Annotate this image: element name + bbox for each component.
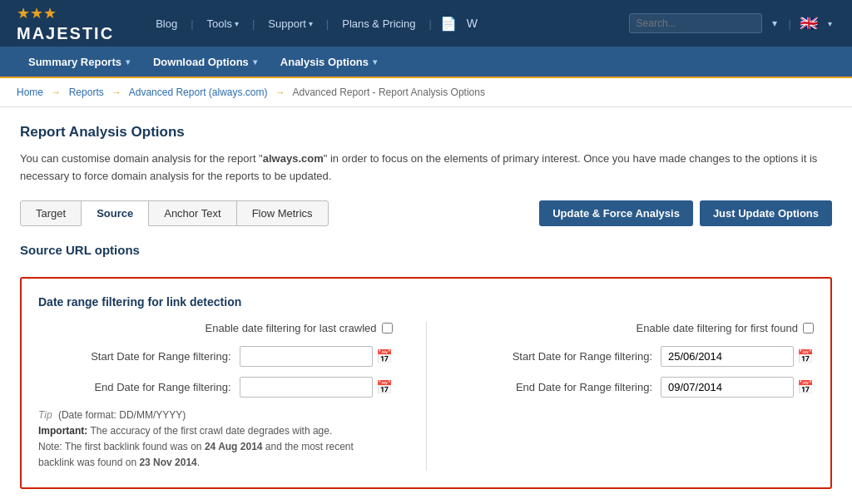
right-start-calendar-icon[interactable]: 📅	[797, 348, 814, 364]
flag-dropdown-arrow[interactable]: ▾	[825, 16, 835, 32]
nav-support[interactable]: Support ▾	[260, 14, 321, 33]
breadcrumb-sep-3: →	[275, 86, 285, 98]
summary-reports-arrow: ▾	[126, 57, 130, 67]
right-start-row: Start Date for Range filtering: 📅	[460, 346, 815, 367]
tip-note-date2: 23 Nov 2014	[139, 457, 196, 468]
nav-search-input[interactable]	[629, 13, 762, 33]
date-section-title: Date range filtering for link detection	[38, 295, 814, 309]
right-start-label: Start Date for Range filtering:	[513, 350, 652, 363]
left-enable-row: Enable date filtering for last crawled	[38, 322, 393, 334]
section-title: Source URL options	[20, 243, 832, 264]
nav-sep-3: |	[324, 17, 330, 30]
tab-source[interactable]: Source	[81, 200, 149, 226]
nav-plans[interactable]: Plans & Pricing	[334, 14, 424, 33]
left-end-date-input[interactable]	[240, 377, 373, 398]
logo-stars: ★★★	[17, 4, 114, 22]
tools-dropdown-arrow: ▾	[235, 19, 239, 28]
top-nav-links: Blog | Tools ▾ | Support ▾ | Plans & Pri…	[147, 12, 628, 35]
right-enable-checkbox[interactable]	[803, 323, 814, 334]
nav-w-icon[interactable]: W	[463, 13, 481, 33]
tip-label: Tip	[38, 409, 52, 421]
tab-flow-metrics[interactable]: Flow Metrics	[236, 200, 329, 226]
tab-actions: Update & Force Analysis Just Update Opti…	[539, 200, 832, 226]
left-start-label: Start Date for Range filtering:	[91, 350, 230, 363]
just-update-options-button[interactable]: Just Update Options	[700, 200, 832, 226]
tip-important-text: The accuracy of the first crawl date deg…	[90, 425, 332, 437]
nav-blog[interactable]: Blog	[147, 14, 186, 33]
tip-important: Important:	[38, 425, 87, 437]
right-enable-row: Enable date filtering for first found	[460, 322, 815, 334]
left-column: Enable date filtering for last crawled S…	[38, 322, 393, 472]
breadcrumb: Home → Reports → Advanced Report (always…	[0, 78, 852, 107]
sec-nav-analysis-options[interactable]: Analysis Options ▾	[269, 47, 389, 77]
domain-name: always.com	[263, 152, 324, 165]
breadcrumb-sep-1: →	[51, 86, 61, 98]
page-description: You can customise domain analysis for th…	[20, 151, 832, 185]
left-start-date-input[interactable]	[240, 346, 373, 367]
nav-page-icon[interactable]: 📄	[437, 12, 460, 35]
tab-target[interactable]: Target	[20, 200, 82, 226]
tip-note-start: Note: The first backlink found was on	[38, 441, 205, 452]
left-end-label: End Date for Range filtering:	[94, 381, 230, 393]
support-dropdown-arrow: ▾	[309, 19, 313, 28]
right-end-calendar-icon[interactable]: 📅	[797, 379, 814, 395]
two-col-layout: Enable date filtering for last crawled S…	[38, 322, 814, 472]
nav-tools[interactable]: Tools ▾	[199, 14, 247, 33]
tip-section: Tip (Date format: DD/MM/YYYY) Important:…	[38, 408, 393, 472]
right-end-row: End Date for Range filtering: 📅	[460, 377, 815, 398]
column-divider	[426, 322, 427, 472]
left-enable-label: Enable date filtering for last crawled	[206, 322, 377, 334]
analysis-options-arrow: ▾	[373, 57, 377, 67]
flag-icon[interactable]: 🇬🇧	[800, 14, 818, 32]
tip-note-date1: 24 Aug 2014	[205, 441, 263, 452]
right-column: Enable date filtering for first found St…	[460, 322, 815, 472]
right-end-date-input[interactable]	[661, 377, 794, 398]
right-end-label: End Date for Range filtering:	[516, 381, 652, 393]
date-range-box: Date range filtering for link detection …	[20, 277, 832, 490]
nav-right: ▾ | 🇬🇧 ▾	[629, 13, 835, 33]
tip-note-end: .	[197, 457, 200, 468]
left-end-calendar-icon[interactable]: 📅	[376, 379, 393, 395]
sec-nav-summary-reports[interactable]: Summary Reports ▾	[17, 47, 141, 77]
nav-sep-4: |	[427, 17, 433, 30]
right-enable-label: Enable date filtering for first found	[637, 322, 798, 334]
logo-text: MAJESTIC	[17, 24, 114, 43]
tab-bar: Target Source Anchor Text Flow Metrics U…	[20, 200, 832, 226]
logo: ★★★ MAJESTIC	[17, 4, 114, 43]
page-title: Report Analysis Options	[20, 124, 832, 141]
left-start-row: Start Date for Range filtering: 📅	[38, 346, 393, 367]
nav-sep-2: |	[250, 17, 256, 30]
breadcrumb-reports[interactable]: Reports	[69, 86, 104, 98]
nav-sep-1: |	[189, 17, 195, 30]
top-navigation: ★★★ MAJESTIC Blog | Tools ▾ | Support ▾ …	[0, 0, 852, 47]
breadcrumb-sep-2: →	[111, 86, 121, 98]
tip-format: (Date format: DD/MM/YYYY)	[58, 409, 186, 421]
main-content: Report Analysis Options You can customis…	[0, 107, 852, 504]
left-start-calendar-icon[interactable]: 📅	[376, 348, 393, 364]
right-start-date-input[interactable]	[661, 346, 794, 367]
breadcrumb-current: Advanced Report - Report Analysis Option…	[293, 86, 485, 98]
tabs: Target Source Anchor Text Flow Metrics	[20, 200, 539, 226]
nav-search-dropdown[interactable]: ▾	[769, 14, 780, 32]
tab-anchor-text[interactable]: Anchor Text	[148, 200, 236, 226]
breadcrumb-home[interactable]: Home	[17, 86, 43, 98]
update-force-analysis-button[interactable]: Update & Force Analysis	[539, 200, 693, 226]
secondary-navigation: Summary Reports ▾ Download Options ▾ Ana…	[0, 47, 852, 78]
left-enable-checkbox[interactable]	[382, 323, 393, 334]
sec-nav-download-options[interactable]: Download Options ▾	[141, 47, 269, 77]
nav-sep-5: |	[787, 17, 793, 30]
breadcrumb-advanced-report[interactable]: Advanced Report (always.com)	[129, 86, 268, 98]
download-options-arrow: ▾	[253, 57, 257, 67]
left-end-row: End Date for Range filtering: 📅	[38, 377, 393, 398]
